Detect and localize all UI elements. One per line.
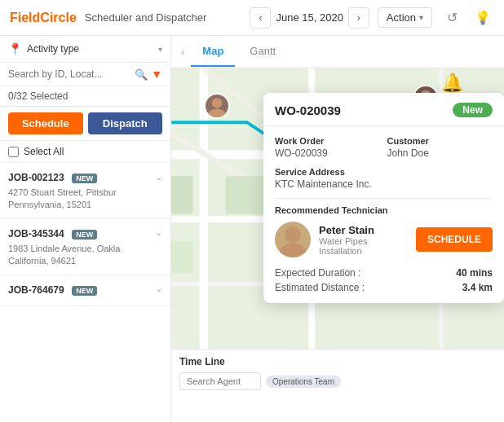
job-expand-icon: ⌄ bbox=[155, 227, 162, 238]
selected-count: 0/32 Selected bbox=[0, 86, 170, 107]
job-address: 4270 Stuart Street, Pittsbur Pennsylvani… bbox=[8, 187, 162, 212]
service-address-value: KTC Maintenance Inc. bbox=[275, 178, 493, 190]
search-input[interactable] bbox=[8, 68, 131, 80]
timeline-search-row: Operations Team bbox=[179, 372, 496, 390]
tech-name: Peter Stain bbox=[319, 224, 408, 236]
job-item[interactable]: JOB-002123 NEW ⌄ 4270 Stuart Street, Pit… bbox=[0, 163, 170, 219]
action-button[interactable]: Action ▾ bbox=[378, 7, 432, 28]
job-expand-icon: ⌄ bbox=[155, 284, 162, 294]
job-item[interactable]: JOB-764679 NEW ⌄ bbox=[0, 275, 170, 306]
svg-point-23 bbox=[285, 226, 301, 243]
select-all-row: Select All bbox=[0, 141, 170, 163]
logo-circle: Circle bbox=[40, 11, 76, 24]
tech-avatar bbox=[275, 222, 311, 257]
job-expand-icon: ⌄ bbox=[155, 172, 162, 182]
tabs-row: ‹ Map Gantt bbox=[171, 36, 504, 68]
date-navigation: ‹ June 15, 2020 › bbox=[250, 7, 369, 29]
map-area: 🏠 🏠 🏠 🔔 WO-020039 New Work Order WO-0200… bbox=[171, 68, 504, 349]
popup-body: Work Order WO-020039 Customer John Doe S… bbox=[263, 126, 504, 303]
work-order-value: WO-020039 bbox=[275, 147, 381, 159]
popup-wo-id: WO-020039 bbox=[275, 103, 341, 117]
tab-gantt[interactable]: Gantt bbox=[238, 37, 287, 67]
prev-date-button[interactable]: ‹ bbox=[250, 7, 271, 29]
activity-filter[interactable]: 📍 Activity type ▾ bbox=[0, 36, 170, 63]
popup-card: WO-020039 New Work Order WO-020039 Custo… bbox=[263, 93, 504, 303]
tab-map[interactable]: Map bbox=[191, 37, 235, 67]
timeline-title: Time Line bbox=[179, 356, 496, 367]
search-icon: 🔍 bbox=[135, 68, 148, 81]
technician-row: Peter Stain Water Pipes Installation SCH… bbox=[275, 222, 493, 257]
refresh-button[interactable]: ↺ bbox=[440, 7, 463, 29]
job-id: JOB-764679 bbox=[8, 284, 64, 296]
tab-prev-button[interactable]: ‹ bbox=[181, 46, 184, 58]
popup-badge-new: New bbox=[453, 103, 493, 117]
rec-tech-label: Recommended Technician bbox=[275, 205, 493, 215]
job-address: 1983 Lindale Avenue, Oakla California, 9… bbox=[8, 243, 162, 268]
customer-value: John Doe bbox=[387, 147, 493, 159]
popup-work-order-field: Work Order WO-020039 bbox=[275, 136, 381, 159]
ops-team-tag: Operations Team bbox=[266, 376, 341, 388]
current-date: June 15, 2020 bbox=[276, 11, 343, 24]
search-row: 🔍 ▼ bbox=[0, 63, 170, 86]
bulb-icon: 💡 bbox=[475, 10, 491, 25]
map-avatar-1 bbox=[204, 93, 230, 119]
service-address-label: Service Address bbox=[275, 167, 493, 177]
estimated-distance-label: Estimated Distance : bbox=[275, 282, 365, 293]
tech-info: Peter Stain Water Pipes Installation bbox=[319, 224, 408, 256]
svg-rect-13 bbox=[171, 176, 193, 213]
svg-point-22 bbox=[278, 243, 307, 257]
select-all-label: Select All bbox=[24, 146, 64, 157]
expected-duration-row: Expected Duration : 40 mins bbox=[275, 267, 493, 279]
timeline-section: Time Line Operations Team bbox=[171, 349, 504, 422]
expected-duration-value: 40 mins bbox=[456, 267, 493, 279]
sidebar: 📍 Activity type ▾ 🔍 ▼ 0/32 Selected Sche… bbox=[0, 36, 171, 422]
job-list: JOB-002123 NEW ⌄ 4270 Stuart Street, Pit… bbox=[0, 163, 170, 422]
popup-grid: Work Order WO-020039 Customer John Doe bbox=[275, 136, 493, 159]
estimated-distance-value: 3.4 km bbox=[462, 282, 493, 293]
customer-label: Customer bbox=[387, 136, 493, 146]
popup-stats: Expected Duration : 40 mins Estimated Di… bbox=[275, 267, 493, 293]
right-content: ‹ Map Gantt bbox=[171, 36, 504, 422]
app-header: FieldCircle Scheduler and Dispatcher ‹ J… bbox=[0, 0, 504, 36]
location-pin-icon: 📍 bbox=[8, 42, 22, 55]
svg-rect-11 bbox=[171, 241, 193, 274]
logo-field: Field bbox=[10, 11, 40, 24]
work-order-label: Work Order bbox=[275, 136, 381, 146]
schedule-button[interactable]: Schedule bbox=[8, 112, 83, 134]
dispatch-button[interactable]: Dispatch bbox=[88, 112, 163, 134]
refresh-icon: ↺ bbox=[447, 10, 458, 25]
chevron-down-icon: ▾ bbox=[419, 13, 423, 22]
action-buttons: Schedule Dispatch bbox=[0, 107, 170, 141]
job-badge-new: NEW bbox=[72, 174, 97, 183]
estimated-distance-row: Estimated Distance : 3.4 km bbox=[275, 282, 493, 293]
popup-divider bbox=[275, 198, 493, 199]
notification-pin: 🔔 bbox=[441, 73, 463, 94]
popup-schedule-button[interactable]: SCHEDULE bbox=[416, 227, 493, 252]
job-id: JOB-002123 bbox=[8, 172, 64, 183]
timeline-search-input[interactable] bbox=[179, 372, 261, 390]
tech-role: Water Pipes Installation bbox=[319, 236, 408, 256]
svg-point-15 bbox=[209, 109, 226, 120]
job-badge-new: NEW bbox=[72, 230, 97, 240]
svg-point-14 bbox=[212, 98, 222, 108]
filter-icon[interactable]: ▼ bbox=[151, 68, 162, 81]
popup-customer-field: Customer John Doe bbox=[387, 136, 493, 159]
select-all-checkbox[interactable] bbox=[8, 147, 19, 157]
action-label: Action bbox=[387, 11, 416, 24]
activity-type-label: Activity type bbox=[27, 43, 153, 55]
popup-header: WO-020039 New bbox=[263, 93, 504, 126]
job-badge-new: NEW bbox=[72, 286, 97, 296]
header-title: Scheduler and Dispatcher bbox=[85, 11, 242, 24]
job-item[interactable]: JOB-345344 NEW ⌄ 1983 Lindale Avenue, Oa… bbox=[0, 219, 170, 275]
expected-duration-label: Expected Duration : bbox=[275, 267, 360, 279]
job-id: JOB-345344 bbox=[8, 228, 64, 240]
app-logo: FieldCircle bbox=[10, 11, 77, 25]
activity-chevron-icon: ▾ bbox=[158, 45, 162, 54]
next-date-button[interactable]: › bbox=[348, 7, 369, 29]
main-layout: 📍 Activity type ▾ 🔍 ▼ 0/32 Selected Sche… bbox=[0, 36, 504, 422]
bulb-button[interactable]: 💡 bbox=[471, 7, 494, 29]
